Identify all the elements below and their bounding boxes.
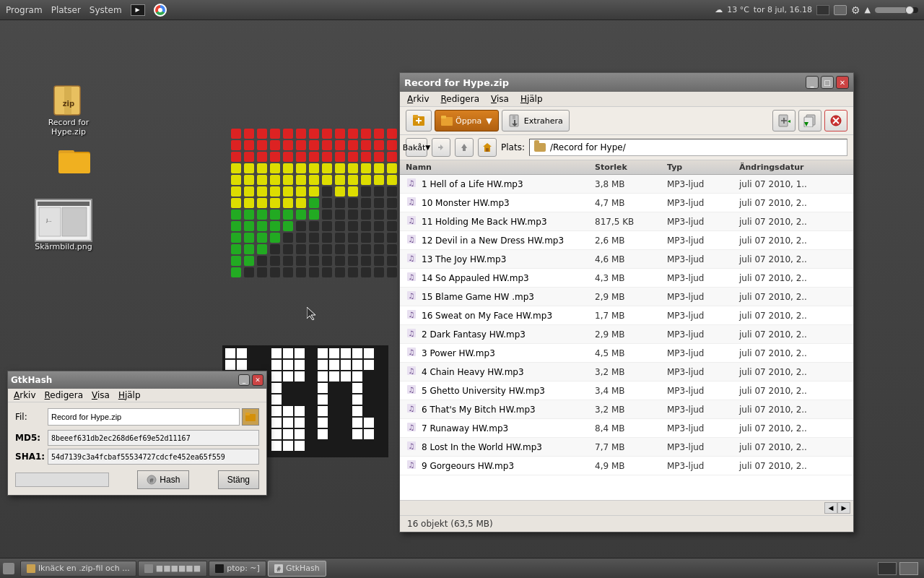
- folder-icon[interactable]: [42, 142, 107, 176]
- gtkhash-file-browse-button[interactable]: [242, 408, 259, 426]
- fm-open-button[interactable]: Öppna ▼: [435, 110, 499, 131]
- svg-rect-63: [352, 383, 362, 393]
- fm-file-row[interactable]: ♫8 Lost In the World HW.mp37,7 MBMP3-lju…: [400, 438, 853, 457]
- fm-file-row[interactable]: ♫3 Power HW.mp34,5 MBMP3-ljudjuli 07 201…: [400, 344, 853, 363]
- fm-add-button[interactable]: [772, 110, 796, 131]
- fm-file-row[interactable]: ♫6 That's My Bitch HW.mp33,2 MBMP3-ljudj…: [400, 400, 853, 419]
- gtkhash-md5-input[interactable]: 8beeef631db2ec268d6ef69e52d11167: [48, 430, 259, 446]
- svg-text:#: #: [150, 477, 154, 484]
- fm-menu-hjalp[interactable]: Hjälp: [520, 94, 543, 104]
- fm-file-row[interactable]: ♫7 Runaway HW.mp38,4 MBMP3-ljudjuli 07 2…: [400, 419, 853, 438]
- zip-file-icon[interactable]: zip Record for Hype.zip: [36, 83, 101, 137]
- gtkhash-sha1-input[interactable]: 54d7139c3a4fcbaf55534727cdcfe452ea65f559: [48, 449, 259, 465]
- taskbar-top-left: Program Platser System ▶: [0, 4, 167, 17]
- fm-col-size[interactable]: Storlek: [595, 163, 667, 172]
- fm-file-size: 1,7 MB: [595, 311, 667, 321]
- fm-file-type: MP3-ljud: [667, 236, 739, 246]
- svg-rect-47: [271, 441, 282, 451]
- fm-file-row[interactable]: ♫4 Chain Heavy HW.mp33,2 MBMP3-ljudjuli …: [400, 363, 853, 381]
- fm-back-button[interactable]: Bakåt ▼: [406, 138, 427, 157]
- fm-menu-visa[interactable]: Visa: [491, 94, 509, 104]
- gtkhash-hash-button[interactable]: # Hash: [137, 470, 189, 489]
- svg-rect-41: [271, 418, 282, 428]
- svg-rect-49: [295, 441, 305, 451]
- gtkhash-menu-visa[interactable]: Visa: [92, 390, 110, 400]
- gtkhash-file-input[interactable]: Record for Hype.zip: [48, 408, 240, 426]
- gtkhash-close-btn[interactable]: Stäng: [218, 470, 259, 489]
- fm-minimize-button[interactable]: _: [806, 76, 819, 89]
- svg-text:♫: ♫: [409, 367, 415, 375]
- volume-slider[interactable]: [875, 7, 918, 13]
- fm-scroll-right[interactable]: ▶: [837, 502, 850, 514]
- fm-address-bar[interactable]: /Record for Hype/: [529, 139, 847, 156]
- music-note-icon: ♫: [406, 290, 417, 303]
- up-icon: [459, 142, 469, 152]
- fm-file-type: MP3-ljud: [667, 311, 739, 321]
- fm-menu-arkiv[interactable]: Arkiv: [407, 94, 430, 104]
- fm-file-row[interactable]: ♫15 Blame Game HW .mp32,9 MBMP3-ljudjuli…: [400, 288, 853, 306]
- fm-file-row[interactable]: ♫11 Holding Me Back HW.mp3817,5 KBMP3-lj…: [400, 212, 853, 231]
- fm-file-list[interactable]: ♫1 Hell of a Life HW.mp33,8 MBMP3-ljudju…: [400, 175, 853, 500]
- fm-forward-button[interactable]: [432, 138, 450, 157]
- music-note-icon: ♫: [406, 309, 417, 322]
- fm-file-row[interactable]: ♫14 So Appauled HW.mp34,3 MBMP3-ljudjuli…: [400, 269, 853, 288]
- menu-system[interactable]: System: [90, 5, 122, 15]
- taskbar-item-zip[interactable]: lknäck en .zip-fil och ...: [20, 561, 136, 577]
- screenshot-icon[interactable]: J... Skärmbild.png: [31, 199, 96, 251]
- fm-open-dropdown-icon[interactable]: ▼: [486, 116, 492, 126]
- fm-address-label: Plats:: [501, 142, 525, 152]
- svg-rect-72: [364, 348, 374, 358]
- menu-program[interactable]: Program: [6, 5, 43, 15]
- svg-text:♫: ♫: [409, 273, 415, 281]
- fm-home-button[interactable]: [478, 138, 497, 157]
- fm-file-size: 7,7 MB: [595, 442, 667, 452]
- fm-col-type[interactable]: Typ: [667, 163, 739, 172]
- fm-scroll-left[interactable]: ◀: [824, 502, 837, 514]
- fm-col-date[interactable]: Ändringsdatur: [739, 163, 847, 172]
- fm-copy-button[interactable]: [798, 110, 821, 131]
- add-icon: [777, 114, 790, 127]
- gtkhash-titlebar: GtkHash _ ✕: [8, 371, 266, 389]
- menu-platser[interactable]: Platser: [51, 5, 81, 15]
- svg-rect-27: [271, 348, 282, 358]
- fm-file-row[interactable]: ♫16 Sweat on My Face HW.mp31,7 MBMP3-lju…: [400, 306, 853, 325]
- taskbar-item-terminal[interactable]: ptop: ~]: [209, 561, 266, 577]
- fm-file-type: MP3-ljud: [667, 461, 739, 471]
- svg-text:♫: ♫: [409, 254, 415, 262]
- fm-file-row[interactable]: ♫1 Hell of a Life HW.mp33,8 MBMP3-ljudju…: [400, 175, 853, 194]
- fm-file-row[interactable]: ♫2 Dark Fantasy HW.mp32,9 MBMP3-ljudjuli…: [400, 325, 853, 344]
- datetime: tor 8 jul, 16.18: [754, 5, 812, 14]
- gtkhash-menu-hjalp[interactable]: Hjälp: [118, 390, 141, 400]
- taskbar-item-empty[interactable]: ■■■■■■: [138, 561, 207, 577]
- fm-file-row[interactable]: ♫13 The Joy HW.mp34,6 MBMP3-ljudjuli 07 …: [400, 250, 853, 269]
- fm-delete-button[interactable]: [824, 110, 847, 131]
- fm-file-size: 8,4 MB: [595, 423, 667, 434]
- music-note-icon: ♫: [406, 177, 417, 191]
- svg-text:♫: ♫: [409, 179, 415, 187]
- taskbar-item-gtkhash[interactable]: # GtkHash: [268, 561, 326, 577]
- fm-back-dropdown[interactable]: ▼: [425, 144, 430, 151]
- fm-menu-redigera[interactable]: Redigera: [441, 94, 479, 104]
- fm-new-button[interactable]: [406, 110, 432, 131]
- fm-file-row[interactable]: ♫12 Devil in a New Dress HW.mp32,6 MBMP3…: [400, 231, 853, 250]
- gtkhash-menu-redigera[interactable]: Redigera: [45, 390, 83, 400]
- fm-up-button[interactable]: [455, 138, 474, 157]
- gtkhash-minimize-button[interactable]: _: [238, 374, 250, 386]
- terminal-icon[interactable]: ▶: [131, 4, 145, 16]
- svg-text:zip: zip: [63, 100, 74, 108]
- fm-file-row[interactable]: ♫9 Gorgeours HW.mp34,9 MBMP3-ljudjuli 07…: [400, 457, 853, 475]
- fm-restore-button[interactable]: □: [821, 76, 834, 89]
- fm-extract-button[interactable]: Extrahera: [502, 110, 570, 131]
- gtkhash-progress-bar: [15, 473, 109, 487]
- fm-file-date: juli 07 2010, 2..: [739, 405, 847, 415]
- fm-close-button[interactable]: ✕: [836, 76, 849, 89]
- fm-file-size: 3,2 MB: [595, 405, 667, 415]
- gtkhash-close-button[interactable]: ✕: [252, 374, 263, 386]
- fm-file-row[interactable]: ♫5 Ghetto University HW.mp33,4 MBMP3-lju…: [400, 381, 853, 400]
- taskbar-empty-icon: [144, 564, 153, 573]
- gtkhash-menu-arkiv[interactable]: Arkiv: [14, 390, 36, 400]
- fm-col-name[interactable]: Namn: [406, 163, 595, 172]
- fm-file-row[interactable]: ♫10 Monster HW.mp34,7 MBMP3-ljudjuli 07 …: [400, 194, 853, 212]
- chrome-icon[interactable]: [154, 4, 167, 17]
- fm-file-name-text: 14 So Appauled HW.mp3: [422, 273, 529, 283]
